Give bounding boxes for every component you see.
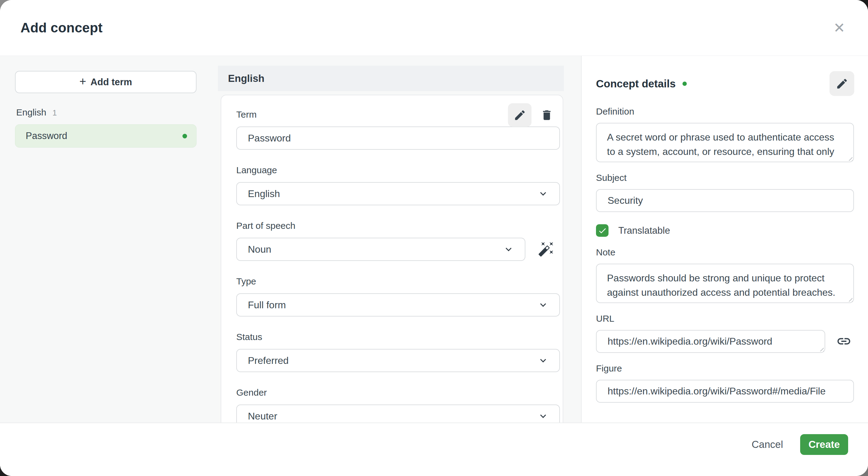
part-of-speech-field-group: Part of speech Noun <box>236 221 555 261</box>
gender-label: Gender <box>236 387 555 398</box>
status-select-value: Preferred <box>248 355 288 366</box>
term-editor-column: English Term Language <box>218 56 582 422</box>
definition-textarea[interactable]: A secret word or phrase used to authenti… <box>596 123 854 162</box>
note-label: Note <box>596 247 854 258</box>
open-link-button[interactable] <box>836 334 852 350</box>
term-list-item-label: Password <box>26 130 183 141</box>
term-card: Term Language English Part of speech Nou… <box>221 95 563 422</box>
part-of-speech-select[interactable]: Noun <box>236 238 525 261</box>
create-button[interactable]: Create <box>800 434 848 455</box>
trash-icon <box>540 109 553 122</box>
part-of-speech-label: Part of speech <box>236 221 555 231</box>
type-select[interactable]: Full form <box>236 293 560 317</box>
term-status-dot <box>183 134 187 138</box>
term-label: Term <box>236 109 555 120</box>
note-textarea[interactable]: Passwords should be strong and unique to… <box>596 264 854 303</box>
magic-wand-icon <box>538 241 554 257</box>
translatable-field: Translatable <box>596 224 854 237</box>
delete-term-button[interactable] <box>538 103 555 127</box>
checkmark-icon <box>598 226 607 235</box>
add-term-label: Add term <box>90 77 132 88</box>
concept-status-dot <box>682 82 687 86</box>
pencil-icon <box>836 77 848 90</box>
translatable-label: Translatable <box>618 225 670 236</box>
translatable-checkbox[interactable] <box>596 224 609 237</box>
term-input[interactable] <box>236 126 560 150</box>
concept-details-title: Concept details <box>596 77 676 90</box>
edit-concept-button[interactable] <box>830 71 854 96</box>
language-group-header: English 1 <box>16 107 196 118</box>
part-of-speech-select-value: Noun <box>248 244 271 255</box>
link-icon <box>836 334 851 349</box>
chevron-down-icon <box>538 411 548 421</box>
chevron-down-icon <box>538 355 548 366</box>
subject-label: Subject <box>596 172 854 183</box>
url-input[interactable] <box>596 330 825 353</box>
concept-details-panel: Concept details Definition A secret word… <box>582 56 868 422</box>
close-button[interactable]: ✕ <box>828 17 850 39</box>
term-editor-language-title: English <box>228 73 265 84</box>
url-field-row <box>596 330 854 353</box>
language-term-count: 1 <box>52 108 57 118</box>
definition-label: Definition <box>596 106 854 117</box>
chevron-down-icon <box>503 244 514 254</box>
terms-sidebar: + Add term English 1 Password <box>0 56 218 422</box>
plus-icon: + <box>80 75 86 88</box>
dialog-body: + Add term English 1 Password English <box>0 56 868 422</box>
url-label: URL <box>596 314 854 324</box>
language-select[interactable]: English <box>236 182 560 205</box>
language-select-value: English <box>248 188 280 199</box>
term-field-group: Term <box>236 109 555 150</box>
dialog-title: Add concept <box>21 20 103 35</box>
add-term-button[interactable]: + Add term <box>15 71 196 93</box>
gender-select-value: Neuter <box>248 411 277 422</box>
dialog-footer: Cancel Create <box>0 422 868 476</box>
term-editor-language-bar: English <box>218 66 564 91</box>
type-field-group: Type Full form <box>236 276 555 317</box>
close-icon: ✕ <box>834 20 845 36</box>
pencil-icon <box>514 109 526 122</box>
add-concept-dialog: Add concept ✕ + Add term English 1 Passw… <box>0 0 868 476</box>
type-label: Type <box>236 276 555 287</box>
chevron-down-icon <box>538 189 548 199</box>
cancel-button[interactable]: Cancel <box>751 434 783 455</box>
status-label: Status <box>236 332 555 342</box>
gender-select[interactable]: Neuter <box>236 405 560 422</box>
language-group-name: English <box>16 107 46 118</box>
term-list-item-password[interactable]: Password <box>15 124 196 148</box>
dialog-header: Add concept ✕ <box>0 0 868 56</box>
term-card-actions <box>508 103 555 127</box>
status-select[interactable]: Preferred <box>236 349 560 372</box>
figure-label: Figure <box>596 363 854 374</box>
status-field-group: Status Preferred <box>236 332 555 372</box>
concept-details-header: Concept details <box>596 71 854 96</box>
chevron-down-icon <box>538 300 548 310</box>
language-label: Language <box>236 165 555 176</box>
edit-term-button[interactable] <box>508 103 531 127</box>
type-select-value: Full form <box>248 299 286 311</box>
gender-field-group: Gender Neuter <box>236 387 555 422</box>
language-field-group: Language English <box>236 165 555 205</box>
figure-input[interactable] <box>596 380 854 403</box>
subject-input[interactable] <box>596 189 854 212</box>
auto-detect-button[interactable] <box>537 240 555 258</box>
